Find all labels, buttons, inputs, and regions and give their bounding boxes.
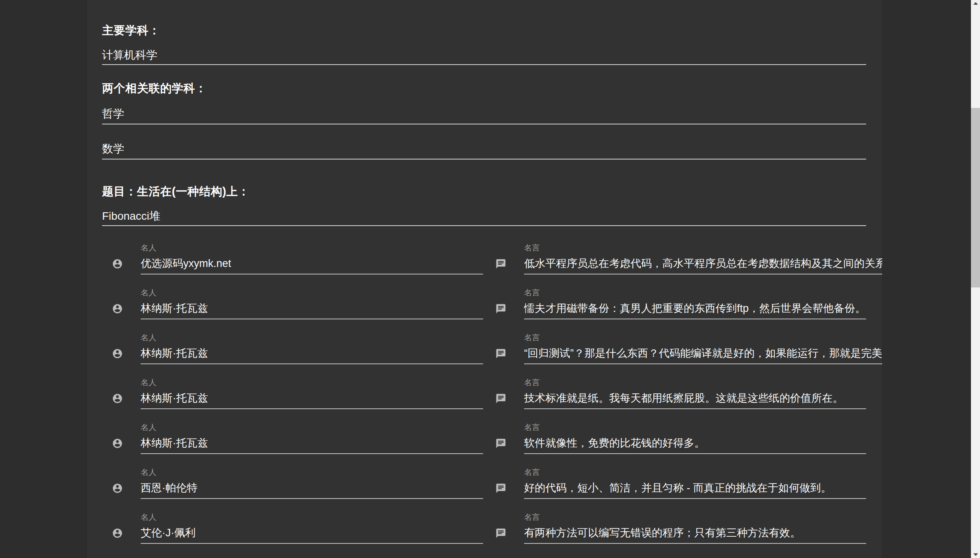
quote-field-value[interactable]: “回归测试”？那是什么东西？代码能编译就是好的，如果能运行，那就是完美的。 bbox=[524, 347, 883, 363]
scrollbar-thumb[interactable] bbox=[971, 108, 980, 287]
person-field[interactable]: 名人 艾伦·J·佩利 bbox=[141, 512, 483, 544]
person-field[interactable]: 名人 林纳斯·托瓦兹 bbox=[141, 377, 483, 409]
chat-bubble-icon bbox=[495, 528, 506, 539]
quote-cell: 名言 好的代码，短小、简洁，并且匀称 - 而真正的挑战在于如何做到。 bbox=[483, 467, 866, 499]
quote-field[interactable]: 名言 软件就像性，免费的比花钱的好得多。 bbox=[524, 422, 866, 454]
quote-field-label: 名言 bbox=[524, 377, 866, 387]
account-circle-icon bbox=[112, 483, 123, 494]
person-field-label: 名人 bbox=[141, 332, 483, 343]
quotes-list: 名人 优选源码yxymk.net 名言 低水平程序员总在考虑代码，高水平程序员总… bbox=[102, 243, 866, 544]
topic-field[interactable]: Fibonacci堆 bbox=[102, 209, 866, 226]
person-field-label: 名人 bbox=[141, 467, 483, 477]
quote-field[interactable]: 名言 低水平程序员总在考虑代码，高水平程序员总在考虑数据结构及其之间的关系。 bbox=[524, 243, 883, 274]
person-field[interactable]: 名人 林纳斯·托瓦兹 bbox=[141, 422, 483, 454]
quote-field-value[interactable]: 好的代码，短小、简洁，并且匀称 - 而真正的挑战在于如何做到。 bbox=[524, 481, 866, 498]
quote-field[interactable]: 名言 技术标准就是纸。我每天都用纸擦屁股。这就是这些纸的价值所在。 bbox=[524, 377, 866, 409]
quote-cell: 名言 懦夫才用磁带备份：真男人把重要的东西传到ftp，然后世界会帮他备份。 bbox=[483, 287, 866, 319]
person-field-value[interactable]: 林纳斯·托瓦兹 bbox=[141, 391, 483, 408]
person-field-value[interactable]: 林纳斯·托瓦兹 bbox=[141, 302, 483, 319]
quote-row: 名人 林纳斯·托瓦兹 名言 软件就像性，免费的比花钱的好得多。 bbox=[102, 422, 866, 454]
quote-row: 名人 林纳斯·托瓦兹 名言 “回归测试”？那是什么东西？代码能编译就是好的，如果… bbox=[102, 332, 866, 364]
person-cell: 名人 艾伦·J·佩利 bbox=[102, 512, 483, 544]
person-field-label: 名人 bbox=[141, 512, 483, 522]
person-field-label: 名人 bbox=[141, 422, 483, 432]
quote-field-label: 名言 bbox=[524, 512, 866, 522]
quote-field-value[interactable]: 低水平程序员总在考虑代码，高水平程序员总在考虑数据结构及其之间的关系。 bbox=[524, 257, 883, 274]
person-cell: 名人 优选源码yxymk.net bbox=[102, 243, 483, 274]
quote-field-label: 名言 bbox=[524, 332, 883, 343]
chat-bubble-icon bbox=[495, 483, 506, 494]
quote-cell: 名言 技术标准就是纸。我每天都用纸擦屁股。这就是这些纸的价值所在。 bbox=[483, 377, 866, 409]
quote-field[interactable]: 名言 “回归测试”？那是什么东西？代码能编译就是好的，如果能运行，那就是完美的。 bbox=[524, 332, 883, 364]
main-subject-field[interactable]: 计算机科学 bbox=[102, 48, 866, 65]
topic-value[interactable]: Fibonacci堆 bbox=[102, 209, 866, 225]
related-subject-value-2[interactable]: 数学 bbox=[102, 142, 866, 159]
person-field-value[interactable]: 林纳斯·托瓦兹 bbox=[141, 347, 483, 363]
scroll-down-button[interactable] bbox=[971, 551, 980, 558]
account-circle-icon bbox=[112, 348, 123, 359]
person-field-label: 名人 bbox=[141, 377, 483, 387]
form-panel: 主要学科： 计算机科学 两个相关联的学科： 哲学 数学 题目：生活在(一种结构)… bbox=[86, 0, 883, 558]
quote-field-value[interactable]: 懦夫才用磁带备份：真男人把重要的东西传到ftp，然后世界会帮他备份。 bbox=[524, 302, 866, 319]
account-circle-icon bbox=[112, 528, 123, 539]
chat-bubble-icon bbox=[495, 438, 506, 449]
main-subject-label: 主要学科： bbox=[102, 23, 866, 37]
person-cell: 名人 林纳斯·托瓦兹 bbox=[102, 422, 483, 454]
quote-field-value[interactable]: 技术标准就是纸。我每天都用纸擦屁股。这就是这些纸的价值所在。 bbox=[524, 391, 866, 408]
account-circle-icon bbox=[112, 303, 123, 314]
quote-row: 名人 艾伦·J·佩利 名言 有两种方法可以编写无错误的程序；只有第三种方法有效。 bbox=[102, 512, 866, 544]
quote-field-label: 名言 bbox=[524, 287, 866, 298]
person-field[interactable]: 名人 林纳斯·托瓦兹 bbox=[141, 332, 483, 364]
related-subject-field-2[interactable]: 数学 bbox=[102, 142, 866, 159]
person-cell: 名人 林纳斯·托瓦兹 bbox=[102, 332, 483, 364]
quote-cell: 名言 低水平程序员总在考虑代码，高水平程序员总在考虑数据结构及其之间的关系。 bbox=[483, 243, 883, 274]
account-circle-icon bbox=[112, 258, 123, 269]
quote-row: 名人 西恩·帕伦特 名言 好的代码，短小、简洁，并且匀称 - 而真正的挑战在于如… bbox=[102, 467, 866, 499]
quote-field-label: 名言 bbox=[524, 467, 866, 477]
account-circle-icon bbox=[112, 438, 123, 449]
quote-field[interactable]: 名言 懦夫才用磁带备份：真男人把重要的东西传到ftp，然后世界会帮他备份。 bbox=[524, 287, 866, 319]
vertical-scrollbar[interactable] bbox=[971, 0, 980, 558]
chat-bubble-icon bbox=[495, 348, 506, 359]
person-field-value[interactable]: 优选源码yxymk.net bbox=[141, 257, 483, 274]
chat-bubble-icon bbox=[495, 258, 506, 269]
quote-row: 名人 林纳斯·托瓦兹 名言 技术标准就是纸。我每天都用纸擦屁股。这就是这些纸的价… bbox=[102, 377, 866, 409]
quote-row: 名人 林纳斯·托瓦兹 名言 懦夫才用磁带备份：真男人把重要的东西传到ftp，然后… bbox=[102, 287, 866, 319]
quote-field[interactable]: 名言 好的代码，短小、简洁，并且匀称 - 而真正的挑战在于如何做到。 bbox=[524, 467, 866, 499]
person-cell: 名人 西恩·帕伦特 bbox=[102, 467, 483, 499]
quote-field-value[interactable]: 软件就像性，免费的比花钱的好得多。 bbox=[524, 436, 866, 453]
account-circle-icon bbox=[112, 393, 123, 404]
person-field-value[interactable]: 艾伦·J·佩利 bbox=[141, 526, 483, 543]
related-subject-field-1[interactable]: 哲学 bbox=[102, 107, 866, 124]
person-field-value[interactable]: 西恩·帕伦特 bbox=[141, 481, 483, 498]
chat-bubble-icon bbox=[495, 303, 506, 314]
quote-cell: 名言 有两种方法可以编写无错误的程序；只有第三种方法有效。 bbox=[483, 512, 866, 544]
topic-label: 题目：生活在(一种结构)上： bbox=[102, 184, 866, 198]
related-subjects-label: 两个相关联的学科： bbox=[102, 81, 866, 95]
person-field-label: 名人 bbox=[141, 287, 483, 298]
related-subject-value-1[interactable]: 哲学 bbox=[102, 107, 866, 124]
scroll-down-arrow-icon bbox=[973, 553, 978, 556]
quote-cell: 名言 软件就像性，免费的比花钱的好得多。 bbox=[483, 422, 866, 454]
scroll-up-button[interactable] bbox=[971, 0, 980, 7]
person-cell: 名人 林纳斯·托瓦兹 bbox=[102, 377, 483, 409]
chat-bubble-icon bbox=[495, 393, 506, 404]
quote-field-label: 名言 bbox=[524, 243, 883, 253]
person-field[interactable]: 名人 优选源码yxymk.net bbox=[141, 243, 483, 274]
person-field[interactable]: 名人 林纳斯·托瓦兹 bbox=[141, 287, 483, 319]
person-field[interactable]: 名人 西恩·帕伦特 bbox=[141, 467, 483, 499]
quote-cell: 名言 “回归测试”？那是什么东西？代码能编译就是好的，如果能运行，那就是完美的。 bbox=[483, 332, 883, 364]
person-field-label: 名人 bbox=[141, 243, 483, 253]
quote-field[interactable]: 名言 有两种方法可以编写无错误的程序；只有第三种方法有效。 bbox=[524, 512, 866, 544]
scroll-up-arrow-icon bbox=[973, 2, 978, 5]
main-subject-value[interactable]: 计算机科学 bbox=[102, 48, 866, 64]
quote-field-value[interactable]: 有两种方法可以编写无错误的程序；只有第三种方法有效。 bbox=[524, 526, 866, 543]
person-field-value[interactable]: 林纳斯·托瓦兹 bbox=[141, 436, 483, 453]
quote-row: 名人 优选源码yxymk.net 名言 低水平程序员总在考虑代码，高水平程序员总… bbox=[102, 243, 866, 274]
person-cell: 名人 林纳斯·托瓦兹 bbox=[102, 287, 483, 319]
quote-field-label: 名言 bbox=[524, 422, 866, 432]
